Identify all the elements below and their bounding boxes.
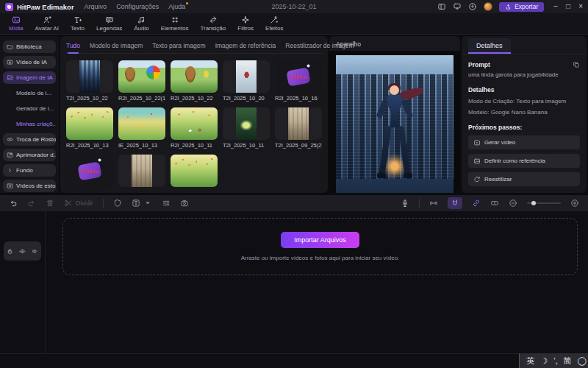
mic-icon: [401, 199, 409, 208]
ribbon-tab-legendas[interactable]: Legendas: [90, 15, 128, 32]
ime-item[interactable]: 英: [526, 355, 534, 367]
copy-icon[interactable]: [573, 61, 580, 68]
menubar: ArquivoConfiguraçõesAjuda: [85, 3, 186, 10]
redo-button[interactable]: [27, 199, 36, 208]
zoomin-button[interactable]: [570, 199, 579, 208]
magnet-button[interactable]: [448, 197, 462, 209]
scissors-button[interactable]: Dividir: [64, 199, 93, 208]
ribbon-tab-filtros[interactable]: Filtros: [232, 15, 259, 32]
marker-button[interactable]: [113, 199, 122, 208]
gerar-video-button[interactable]: Gerar vídeo: [468, 135, 580, 149]
efeitos-icon: [270, 15, 279, 24]
media-tabs: TudoModelo de imagemTexto para imagemIma…: [66, 40, 322, 54]
minimize-button[interactable]: −: [553, 0, 558, 13]
texttool-icon: [132, 199, 140, 208]
media-dropzone[interactable]: Importar Arquivos Arraste ou importe víd…: [62, 218, 578, 275]
export-button[interactable]: Exportar: [499, 2, 544, 12]
ribbon-tab-efeitos[interactable]: Efeitos: [259, 15, 289, 32]
ribbon-tab-midia[interactable]: Mídia: [3, 15, 29, 32]
speaker-icon[interactable]: [32, 248, 38, 255]
media-tab-modelo-de-imagem[interactable]: Modelo de imagem: [90, 42, 143, 49]
close-button[interactable]: ×: [578, 0, 583, 13]
thumbnail: [118, 155, 165, 187]
media-item-t2i-2025-10-22[interactable]: T2I_2025_10_22: [66, 60, 113, 102]
sidebar-item-minhas-criaco[interactable]: Minhas criaçõ...: [3, 118, 56, 130]
zoomout-button[interactable]: [509, 199, 517, 208]
media-tab-texto-para-imagem[interactable]: Texto para imagem: [152, 42, 205, 49]
maximize-button[interactable]: □: [566, 0, 570, 13]
ime-item[interactable]: ’,: [553, 356, 558, 365]
prompt-text: uma linda garota para jogabilidade: [468, 71, 580, 78]
menu-configuracoes[interactable]: Configurações: [116, 3, 159, 10]
media-item-r2i-2025-10-13[interactable]: R2I_2025_10_13: [66, 107, 113, 149]
eye-icon[interactable]: [19, 248, 26, 255]
menu-ajuda[interactable]: Ajuda: [168, 3, 185, 10]
sidebar-item-biblioteca[interactable]: Biblioteca: [3, 40, 56, 53]
media-item-label: T2I_2025_10_11: [223, 142, 270, 149]
texttool-button[interactable]: [132, 199, 152, 208]
media-item-t2i-2025-10-20[interactable]: T2I_2025_10_20: [223, 60, 270, 102]
media-tab-reestilizador-de-imagem[interactable]: Reestilizador de imagem: [285, 42, 354, 49]
import-files-button[interactable]: Importar Arquivos: [281, 232, 359, 248]
sidebar-item-video-de-ia[interactable]: Vídeo de IA: [3, 56, 56, 68]
media-item-r2i-2025-10-11[interactable]: R2I_2025_10_11: [171, 107, 218, 149]
undo-icon: [9, 199, 18, 208]
media-item-t2i-2025-09-25[interactable]: T2I_2025_09_25: [118, 155, 165, 188]
sidebar-item-fundo[interactable]: Fundo: [3, 164, 56, 177]
media-item-label: R2I_2025_10_16: [275, 95, 322, 102]
media-item-r2i-2025-10-22-1[interactable]: R2I_2025_10_22(1): [118, 60, 165, 102]
media-item-t2i-2025-09-23[interactable]: T2I_2025_09_23: [171, 155, 218, 188]
app-logo-icon: [5, 3, 13, 11]
sidebar-item-modelo-de-i[interactable]: Modelo de i...: [3, 87, 56, 99]
trash-icon: [46, 199, 54, 208]
definir-como-referencia-button[interactable]: Definir como referência: [468, 154, 580, 168]
ime-item[interactable]: 简: [564, 355, 572, 367]
ribbon-tab-transicao[interactable]: Transição: [194, 15, 232, 32]
preview-image: [336, 55, 453, 193]
undo-button[interactable]: [9, 199, 18, 208]
mic-button[interactable]: [401, 199, 409, 208]
ripple-button[interactable]: [490, 199, 499, 208]
edit-toolbar: Dividir: [0, 194, 588, 211]
media-item-r2i-2025-10-16[interactable]: FalhouR2I_2025_10_16: [275, 60, 322, 102]
media-item-t2i-2025-10-11[interactable]: T2I_2025_10_11: [223, 107, 270, 149]
cleartrack-button[interactable]: [162, 199, 171, 208]
sidebar-item-aprimorador-d[interactable]: Aprimorador d...: [3, 149, 56, 161]
keyframe-button[interactable]: [429, 199, 438, 208]
link-button[interactable]: [472, 199, 481, 208]
media-item-t2i-2025-09-25-2[interactable]: T2I_2025_09_25(2): [275, 107, 322, 149]
ribbon-tab-avatar-ai[interactable]: Avatar AI: [29, 15, 65, 32]
stockvideo-icon: [7, 183, 13, 189]
media-tab-tudo[interactable]: Tudo: [66, 42, 80, 49]
reestilizar-button[interactable]: Reestilizar: [468, 172, 580, 186]
media-tab-imagem-de-referencia[interactable]: Imagem de referência: [215, 42, 276, 49]
menu-arquivo[interactable]: Arquivo: [85, 3, 107, 10]
sidebar-item-imagem-de-ia[interactable]: Imagem de IA: [3, 71, 56, 84]
ime-item[interactable]: ☽: [540, 356, 548, 366]
trash-button[interactable]: [46, 199, 54, 208]
app-window: HitPaw Edimakor ArquivoConfiguraçõesAjud…: [0, 0, 588, 368]
media-item-ie-2025-10-13[interactable]: IE_2025_10_13: [118, 107, 165, 149]
layout-icon[interactable]: [437, 2, 446, 11]
download-icon[interactable]: [468, 2, 477, 11]
timeline-zoom-slider[interactable]: [527, 202, 561, 204]
transicao-icon: [209, 15, 218, 24]
ribbon-tab-audio[interactable]: Áudio: [128, 15, 154, 32]
folder-icon: [7, 43, 13, 50]
prompt-label: Prompt: [468, 61, 490, 68]
ribbon-tab-texto[interactable]: Texto: [65, 15, 90, 32]
user-avatar[interactable]: [484, 2, 492, 11]
video-player: 00:03:00 / 00:03:00: [329, 51, 460, 193]
lock-icon[interactable]: [7, 248, 13, 255]
media-item-r2i-2025-10-22[interactable]: R2I_2025_10_22: [171, 60, 218, 102]
sidebar-item-gerador-de-i[interactable]: Gerador de i...: [3, 102, 56, 115]
sidebar-item-videos-de-esto[interactable]: Vídeos de esto...: [3, 180, 56, 192]
sidebar-item-troca-de-rostos[interactable]: Troca de Rostos: [3, 133, 56, 146]
snapshot-button[interactable]: [180, 199, 189, 208]
ime-item[interactable]: ◯: [578, 356, 587, 366]
ribbon-tab-elementos[interactable]: Elementos: [155, 15, 195, 32]
media-item-t2i-2025-09-25-1[interactable]: FalhouT2I_2025_09_25(1): [66, 155, 113, 188]
document-title: 2025-10-22_01: [271, 3, 316, 10]
tab-details[interactable]: Detalhes: [468, 38, 511, 54]
feedback-icon[interactable]: [453, 2, 462, 11]
